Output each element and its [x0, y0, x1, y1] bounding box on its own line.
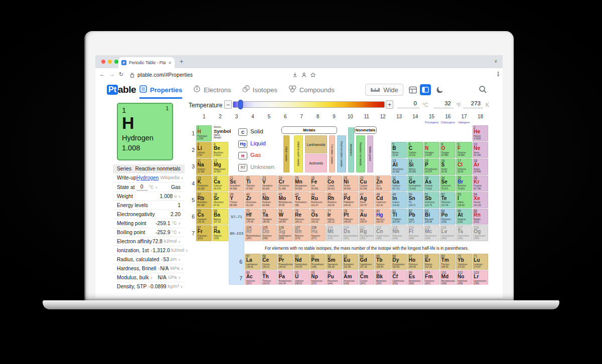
element-Am[interactable]: 95AmAmericium(243) [343, 270, 358, 285]
browser-tab[interactable]: P Periodic Table - Ptable ✕ [118, 57, 175, 68]
element-Ac[interactable]: 89AcActinium(227) [245, 270, 260, 285]
element-He[interactable]: 2HeHelium4.0026 [473, 125, 488, 141]
element-Ba[interactable]: 56BaBarium137.33 [212, 209, 228, 225]
element-Xe[interactable]: 54XeXenon131.29 [473, 192, 488, 208]
legend-metalloids[interactable]: Metalloids [348, 127, 354, 172]
element-Kr[interactable]: 36KrKrypton83.798 [473, 175, 488, 192]
element-N[interactable]: 7NNitrogen14.007 [424, 142, 439, 158]
legend-transition-metals[interactable]: Transition metals [329, 135, 335, 172]
element-Eu[interactable]: 63EuEuropium151.96 [343, 254, 358, 270]
element-No[interactable]: 102NoNobelium(259) [456, 270, 472, 285]
split-view-button[interactable] [420, 84, 431, 95]
element-Ag[interactable]: 47AgSilver107.87 [359, 192, 374, 208]
element-La[interactable]: 57LaLanthanum138.91 [245, 254, 260, 270]
tabbar-chevron-icon[interactable]: ∨ [494, 59, 498, 64]
element-Pb[interactable]: 82PbLead207.2 [407, 209, 423, 225]
property-value[interactable]: -252.9°C∨ [156, 229, 181, 236]
element-Db[interactable]: 105DbDubnium(268) [261, 225, 277, 241]
chevron-down-icon[interactable]: ∨ [161, 256, 163, 263]
element-Ar[interactable]: 18ArArgon39.948 [473, 158, 488, 174]
element-Pd[interactable]: 46PdPalladium106.42 [343, 192, 358, 208]
element-Al[interactable]: 13AlAluminium26.982 [391, 158, 407, 174]
property-value[interactable]: HydrogenWikipedia∨ [136, 174, 184, 181]
element-S[interactable]: 16SSulfur32.06 [440, 158, 456, 174]
element-Th[interactable]: 90ThThorium232.04 [261, 270, 277, 285]
element-Hs[interactable]: 108HsHassium(277) [310, 225, 326, 241]
legend-alkaline-earth-metals[interactable]: Alkaline earth metals [294, 135, 303, 172]
element-Co[interactable]: 27CoCobalt58.933 [326, 175, 342, 192]
element-Pr[interactable]: 59PrPraseodymium140.91 [277, 254, 293, 270]
download-icon[interactable] [292, 71, 298, 80]
menu-kebab-icon[interactable]: ⋮ [495, 71, 501, 78]
element-Nb[interactable]: 41NbNiobium92.906 [261, 192, 277, 208]
tab-isotopes[interactable]: Isotopes [242, 81, 277, 99]
close-window-button[interactable] [101, 60, 105, 64]
element-Mn[interactable]: 25MnManganese54.938 [293, 175, 309, 192]
element-Nh[interactable]: 113NhNihonium(286) [391, 225, 407, 241]
profile-icon[interactable] [301, 71, 307, 80]
element-Fr[interactable]: 87FrFrancium(223) [196, 225, 212, 241]
element-Zr[interactable]: 40ZrZirconium91.224 [245, 192, 260, 208]
search-icon[interactable] [479, 85, 487, 96]
element-Pt[interactable]: 78PtPlatinum195.08 [343, 209, 358, 225]
element-Rn[interactable]: 86RnRadon(222) [473, 209, 488, 225]
back-icon[interactable]: ← [99, 71, 105, 78]
element-Ga[interactable]: 31GaGallium69.723 [391, 175, 407, 192]
temp-celsius-input[interactable]: 0 [397, 100, 419, 108]
property-value[interactable]: 53pm∨ [164, 256, 181, 263]
element-Re[interactable]: 75ReRhenium186.21 [293, 209, 309, 225]
element-Es[interactable]: 99EsEinsteinium(252) [407, 270, 423, 285]
element-Si[interactable]: 14SiSilicon28.085 [407, 158, 423, 174]
dark-mode-button[interactable] [434, 84, 445, 95]
element-Ts[interactable]: 117TsTennessine(294) [456, 225, 472, 241]
property-value[interactable]: N/AMPa∨ [160, 265, 183, 272]
property-value[interactable]: -259.1°C∨ [156, 220, 181, 227]
element-Cs[interactable]: 55CsCaesium132.91 [196, 209, 212, 225]
element-Ge[interactable]: 32GeGermanium72.630 [407, 175, 423, 192]
bookmark-star-icon[interactable] [310, 71, 316, 80]
element-Cl[interactable]: 17ClChlorine35.45 [456, 158, 472, 174]
element-Mg[interactable]: 12MgMagnesium24.305 [212, 158, 228, 174]
element-Mt[interactable]: 109MtMeitnerium(278) [326, 225, 342, 241]
element-P[interactable]: 15PPhosphorus30.974 [424, 158, 439, 174]
element-Ca[interactable]: 20CaCalcium40.078 [212, 175, 228, 192]
element-Er[interactable]: 68ErErbium167.26 [424, 254, 439, 270]
zoom-window-button[interactable] [114, 60, 118, 64]
element-Sm[interactable]: 62SmSamarium150.36 [326, 254, 342, 270]
chevron-down-icon[interactable]: ∨ [178, 274, 181, 281]
element-At[interactable]: 85AtAstatine(210) [456, 209, 472, 225]
element-Tl[interactable]: 81TlThallium204.38 [391, 209, 407, 225]
element-Fe[interactable]: 26FeIron55.845 [310, 175, 326, 192]
element-Pm[interactable]: 61PmPromethium(145) [310, 254, 326, 270]
chevron-down-icon[interactable]: ∨ [155, 184, 158, 191]
element-H[interactable]: 1HHydrogen1.008 [196, 125, 212, 141]
chevron-down-icon[interactable]: ∨ [178, 256, 181, 263]
temp-fahrenheit-input[interactable]: 32 [433, 100, 454, 108]
element-Rh[interactable]: 45RhRhodium102.91 [326, 192, 342, 208]
tab-compounds[interactable]: Compounds [288, 81, 335, 99]
element-Lr[interactable]: 103LrLawrencium(266) [473, 270, 488, 285]
writeup-link[interactable]: Hydrogen [136, 174, 159, 181]
element-Sc[interactable]: 21ScScandium44.956 [229, 175, 244, 192]
element-C[interactable]: 6CCarbon12.011 [407, 142, 423, 158]
element-Ne[interactable]: 10NeNeon20.180 [473, 142, 488, 158]
element-Fm[interactable]: 100FmFermium(257) [424, 270, 439, 285]
element-Rb[interactable]: 37RbRubidium85.468 [196, 192, 212, 208]
minimize-window-button[interactable] [108, 60, 112, 64]
property-value[interactable]: 0.0899kg/m³∨ [150, 283, 183, 290]
element-Ni[interactable]: 28NiNickel58.693 [343, 175, 358, 192]
legend-post-transition-metals[interactable]: Post-transition metals [337, 135, 346, 172]
chevron-down-icon[interactable]: ∨ [178, 220, 181, 227]
element-Sn[interactable]: 50SnTin118.71 [407, 192, 423, 208]
element-Sb[interactable]: 51SbAntimony121.76 [424, 192, 439, 208]
element-Cu[interactable]: 29CuCopper63.546 [359, 175, 374, 192]
element-Bi[interactable]: 83BiBismuth208.98 [424, 209, 439, 225]
element-Bk[interactable]: 97BkBerkelium(247) [375, 270, 390, 285]
element-Be[interactable]: 4BeBeryllium9.0122 [212, 142, 228, 158]
refresh-icon[interactable]: ↻ [119, 71, 123, 78]
wide-button[interactable]: Wide [365, 84, 403, 96]
element-Ir[interactable]: 77IrIridium192.22 [326, 209, 342, 225]
ptable-logo[interactable]: Ptable [107, 84, 136, 95]
element-F[interactable]: 9FFluorine18.998 [456, 142, 472, 158]
placeholder-actinides[interactable]: 89–103 [229, 225, 244, 242]
